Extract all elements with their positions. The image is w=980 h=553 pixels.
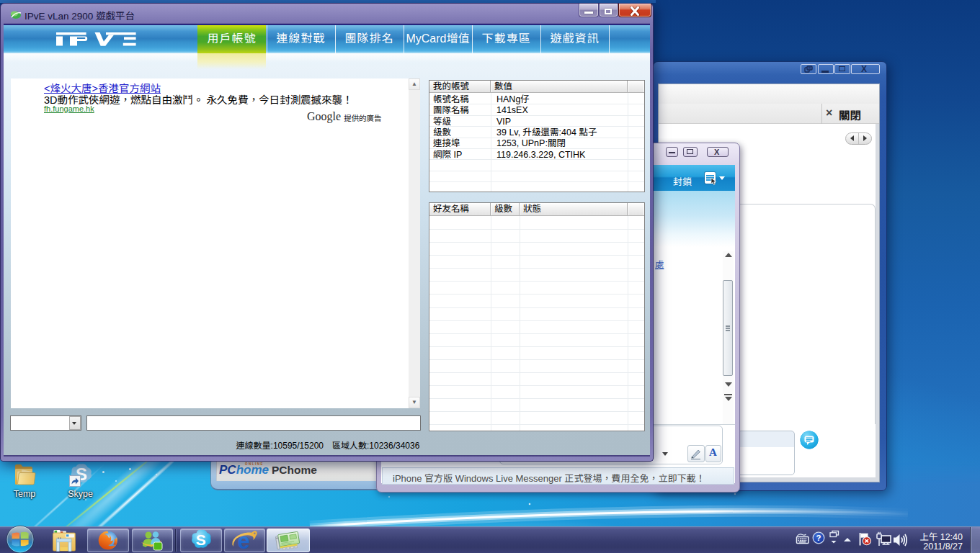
svg-text:?: ? bbox=[816, 534, 821, 542]
svg-text:e: e bbox=[237, 529, 249, 553]
svg-text:S: S bbox=[196, 531, 206, 548]
